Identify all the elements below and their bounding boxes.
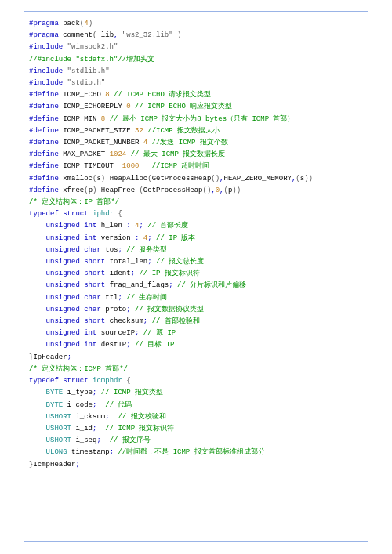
code-token: #define <box>29 186 59 194</box>
code-token: ULONG <box>46 448 67 456</box>
code-line: BYTE i_type; // ICMP 报文类型 <box>29 387 363 399</box>
code-line: USHORT i_cksum; // 报文校验和 <box>29 411 363 423</box>
code-token: 32 <box>135 127 143 135</box>
code-line: typedef struct iphdr { <box>29 208 363 220</box>
code-token: // IP 版本 <box>156 234 195 242</box>
code-token: () <box>202 186 211 194</box>
code-token: unsigned int <box>46 234 97 242</box>
code-token <box>29 401 46 409</box>
code-token: // 报文序号 <box>110 436 151 444</box>
code-token: #define <box>29 103 59 110</box>
code-token: ICMP_ECHOREPLY <box>59 103 126 110</box>
code-token: "winsock2.h" <box>67 43 118 51</box>
code-line: }IcmpHeader; <box>29 459 363 471</box>
code-token: "ws2_32.lib" <box>118 31 177 39</box>
code-token: // 首部长度 <box>147 222 188 230</box>
code-token: HEAP_ZERO_MEMORY <box>224 175 292 183</box>
code-token: //ICMP 报文数据大小 <box>147 127 220 135</box>
code-token <box>29 222 46 230</box>
code-token: )) <box>304 175 313 183</box>
code-token: typedef struct <box>29 210 89 218</box>
code-line: unsigned short ident; // IP 报文标识符 <box>29 268 363 280</box>
code-token <box>29 389 46 396</box>
code-token: typedef struct <box>29 377 89 385</box>
code-line: }IpHeader; <box>29 352 363 364</box>
code-token: // ICMP ECHO 请求报文类型 <box>114 91 211 99</box>
code-line: unsigned char tos; // 服务类型 <box>29 244 363 256</box>
code-line: unsigned int h_len : 4; // 首部长度 <box>29 220 363 232</box>
code-token <box>110 413 118 421</box>
code-token: unsigned short <box>46 317 106 325</box>
code-token: destIP <box>96 341 126 349</box>
code-token: sourceIP <box>96 329 135 337</box>
code-line: unsigned int destIP; // 目标 IP <box>29 339 363 351</box>
code-token: //ICMP 超时时间 <box>152 162 210 170</box>
code-token: HeapAlloc <box>105 175 147 183</box>
code-token: USHORT <box>46 436 71 444</box>
code-token: icmphdr <box>93 377 122 385</box>
code-token: // 最大 ICMP 报文数据长度 <box>131 150 226 158</box>
code-token: BYTE <box>46 401 64 409</box>
code-token <box>96 425 105 433</box>
code-line: unsigned short frag_and_flags; // 分片标识和片… <box>29 280 363 291</box>
code-token <box>29 306 46 313</box>
code-token: ttl <box>101 294 118 302</box>
code-token: timestamp <box>67 448 110 456</box>
code-token: // ICMP ECHO 响应报文类型 <box>135 103 232 110</box>
code-token <box>29 341 46 349</box>
code-token: proto <box>101 306 126 313</box>
code-token: ; <box>67 353 71 361</box>
code-token: //发送 ICMP 报文个数 <box>152 139 228 147</box>
code-token: ; <box>75 461 79 469</box>
code-token: checksum <box>105 317 143 325</box>
code-token: IpHeader <box>33 353 67 361</box>
code-token: 1000 <box>122 162 140 170</box>
code-token: IcmpHeader <box>33 461 75 469</box>
code-token: #define <box>29 175 59 183</box>
code-token: // 首部检验和 <box>152 317 200 325</box>
code-token: ICMP_PACKET_SIZE <box>59 127 135 135</box>
code-token: total_len <box>105 258 147 266</box>
code-token: { <box>118 210 122 218</box>
code-line: ULONG timestamp; //时间戳，不是 ICMP 报文首部标准组成部… <box>29 447 363 458</box>
code-token: iphdr <box>93 210 114 218</box>
code-token <box>29 329 46 337</box>
code-token: ) <box>89 20 93 27</box>
code-token: 1024 <box>110 150 127 158</box>
code-token: #include <box>29 43 67 51</box>
code-token: { <box>126 377 130 385</box>
code-token: GetProcessHeap <box>152 175 212 183</box>
code-line: #define xfree(p) HeapFree (GetProcessHea… <box>29 185 363 197</box>
code-token: // 分片标识和片偏移 <box>177 281 246 289</box>
code-token: i_seq <box>71 436 96 444</box>
code-line: unsigned char ttl; // 生存时间 <box>29 292 363 304</box>
code-token: unsigned int <box>46 329 97 337</box>
code-token: xmalloc <box>59 175 93 183</box>
code-token: i_code <box>63 401 93 409</box>
code-token: #define <box>29 150 59 158</box>
code-token: //#include "stdafx.h"//增加头文 <box>29 56 154 63</box>
code-token <box>29 281 46 289</box>
code-line: USHORT i_id; // ICMP 报文标识符 <box>29 423 363 435</box>
code-token: #define <box>29 127 59 135</box>
code-token: unsigned char <box>46 306 101 313</box>
code-token: frag_and_flags <box>105 281 169 289</box>
code-line: #define ICMP_TIMEOUT 1000 //ICMP 超时时间 <box>29 161 363 172</box>
code-token: BYTE <box>46 389 64 396</box>
code-line: typedef struct icmphdr { <box>29 375 363 387</box>
code-line: unsigned char proto; // 报文数据协议类型 <box>29 304 363 316</box>
code-line: unsigned int sourceIP; // 源 IP <box>29 328 363 339</box>
code-token: // ICMP 报文类型 <box>101 389 163 396</box>
code-line: #include "stdlib.h" <box>29 66 363 78</box>
code-token: // 源 IP <box>143 329 176 337</box>
code-token: i_cksum <box>71 413 105 421</box>
code-token: // 目标 IP <box>135 341 174 349</box>
code-line: #include "stdio.h" <box>29 78 363 89</box>
code-token: version <box>96 234 135 242</box>
code-token: "stdlib.h" <box>67 67 110 75</box>
code-token <box>29 436 46 444</box>
code-line: #define ICMP_PACKET_SIZE 32 //ICMP 报文数据大… <box>29 125 363 137</box>
code-token: #pragma <box>29 20 59 27</box>
code-token: h_len <box>96 222 126 230</box>
code-line: unsigned short total_len; // 报文总长度 <box>29 256 363 268</box>
